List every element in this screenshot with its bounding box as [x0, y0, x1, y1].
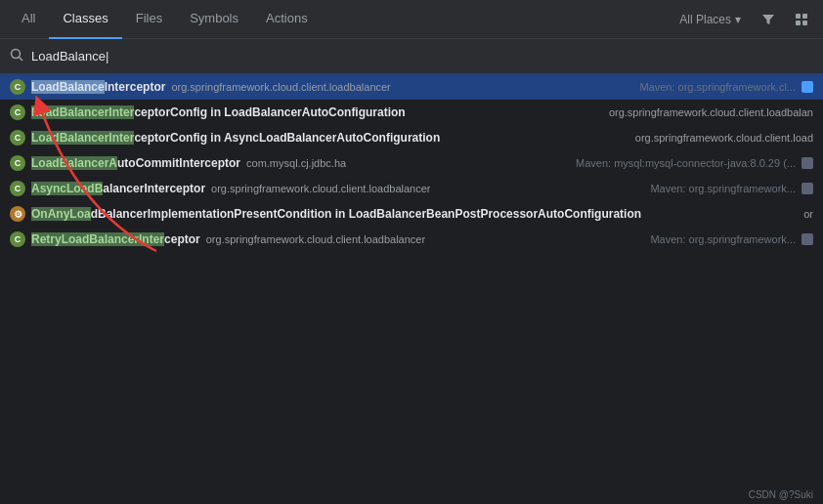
layout-icon[interactable]	[788, 6, 815, 33]
chevron-down-icon: ▾	[735, 13, 741, 26]
result-item[interactable]: ⚙ OnAnyLoadBalancerImplementationPresent…	[0, 201, 823, 227]
filter-icon[interactable]	[755, 6, 782, 33]
tab-bar: All Classes Files Symbols Actions All Pl…	[0, 0, 823, 39]
result-package: or	[803, 208, 813, 220]
module-icon	[801, 233, 813, 245]
result-maven: Maven: org.springframework...	[650, 183, 796, 194]
result-item[interactable]: C RetryLoadBalancerInterceptor org.sprin…	[0, 227, 823, 252]
result-item[interactable]: C LoadBalancerInterceptorConfig in LoadB…	[0, 100, 823, 125]
result-item[interactable]: C LoadBalanceInterceptor org.springframe…	[0, 74, 823, 100]
tab-classes[interactable]: Classes	[49, 0, 121, 39]
credit-text: CSDN @?Suki	[749, 489, 813, 500]
result-item[interactable]: C LoadBalancerInterceptorConfig in Async…	[0, 125, 823, 150]
class-icon: C	[10, 130, 25, 146]
result-name: RetryLoadBalancerInterceptor	[31, 232, 200, 246]
tab-actions[interactable]: Actions	[252, 0, 322, 39]
class-icon: C	[10, 155, 25, 171]
class-icon: C	[10, 231, 25, 247]
result-name: AsyncLoadBalancerInterceptor	[31, 182, 205, 195]
result-name: LoadBalancerInterceptorConfig in LoadBal…	[31, 105, 406, 119]
result-name: LoadBalancerAutoCommitInterceptor	[31, 156, 240, 170]
tab-symbols[interactable]: Symbols	[176, 0, 252, 39]
class-icon: C	[10, 181, 25, 196]
result-name: OnAnyLoadBalancerImplementationPresentCo…	[31, 207, 641, 221]
class-icon: C	[10, 105, 25, 120]
result-maven: Maven: org.springframework.cl...	[639, 81, 796, 93]
result-name: LoadBalanceInterceptor	[31, 80, 165, 94]
search-icon	[10, 48, 23, 64]
result-item[interactable]: C LoadBalancerAutoCommitInterceptor com.…	[0, 150, 823, 176]
result-maven: Maven: mysql:mysql-connector-java:8.0.29…	[576, 157, 796, 169]
svg-rect-3	[802, 21, 807, 25]
search-input[interactable]	[31, 49, 813, 63]
svg-rect-0	[796, 14, 801, 19]
tab-files[interactable]: Files	[122, 0, 176, 39]
module-icon	[801, 81, 813, 93]
result-package: com.mysql.cj.jdbc.ha	[246, 157, 346, 169]
result-maven: Maven: org.springframework...	[650, 233, 796, 245]
result-name: LoadBalancerInterceptorConfig in AsyncLo…	[31, 131, 440, 145]
result-package: org.springframework.cloud.client.loadbal…	[609, 106, 813, 118]
empty-area	[0, 252, 823, 447]
tab-all[interactable]: All	[8, 0, 49, 39]
module-icon	[801, 157, 813, 169]
svg-point-4	[12, 50, 21, 59]
class-icon: C	[10, 79, 25, 95]
result-package: org.springframework.cloud.client.loadbal…	[171, 81, 390, 93]
condition-icon: ⚙	[10, 206, 25, 222]
svg-line-5	[20, 58, 23, 62]
module-icon	[801, 183, 813, 194]
all-places-button[interactable]: All Places ▾	[671, 9, 749, 30]
results-list: C LoadBalanceInterceptor org.springframe…	[0, 74, 823, 252]
search-bar	[0, 39, 823, 74]
result-package: org.springframework.cloud.client.loadbal…	[206, 233, 425, 245]
svg-rect-2	[796, 21, 801, 25]
result-package: org.springframework.cloud.client.loadbal…	[211, 183, 430, 194]
result-item[interactable]: C AsyncLoadBalancerInterceptor org.sprin…	[0, 176, 823, 201]
bottom-bar: CSDN @?Suki	[739, 485, 823, 504]
result-package: org.springframework.cloud.client.load	[635, 132, 813, 144]
svg-rect-1	[802, 14, 807, 19]
